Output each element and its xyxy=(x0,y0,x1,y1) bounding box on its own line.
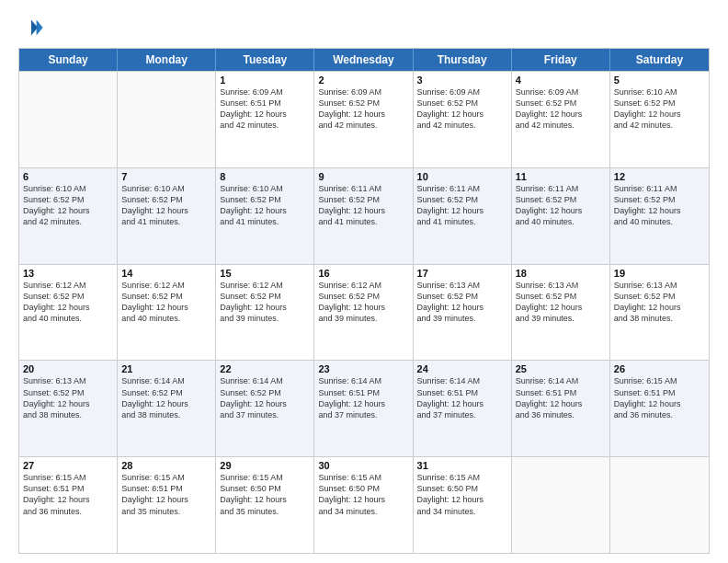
cell-info: Sunrise: 6:14 AM Sunset: 6:52 PM Dayligh… xyxy=(121,375,211,420)
cell-info: Sunrise: 6:09 AM Sunset: 6:52 PM Dayligh… xyxy=(318,86,408,132)
cal-cell: 25Sunrise: 6:14 AM Sunset: 6:51 PM Dayli… xyxy=(512,361,610,456)
cal-cell: 14Sunrise: 6:12 AM Sunset: 6:52 PM Dayli… xyxy=(118,265,216,361)
cal-cell: 27Sunrise: 6:15 AM Sunset: 6:51 PM Dayli… xyxy=(19,457,118,553)
cell-info: Sunrise: 6:13 AM Sunset: 6:52 PM Dayligh… xyxy=(516,280,606,325)
day-number: 6 xyxy=(23,171,113,182)
col-header-thursday: Thursday xyxy=(414,49,512,71)
cell-info: Sunrise: 6:12 AM Sunset: 6:52 PM Dayligh… xyxy=(318,280,408,325)
week-row-3: 13Sunrise: 6:12 AM Sunset: 6:52 PM Dayli… xyxy=(19,264,709,361)
cell-info: Sunrise: 6:15 AM Sunset: 6:50 PM Dayligh… xyxy=(417,472,507,517)
cell-info: Sunrise: 6:15 AM Sunset: 6:51 PM Dayligh… xyxy=(614,375,705,420)
cell-info: Sunrise: 6:15 AM Sunset: 6:51 PM Dayligh… xyxy=(121,472,211,517)
day-number: 29 xyxy=(220,460,310,471)
cell-info: Sunrise: 6:10 AM Sunset: 6:52 PM Dayligh… xyxy=(23,183,113,228)
cal-cell: 6Sunrise: 6:10 AM Sunset: 6:52 PM Daylig… xyxy=(19,168,118,264)
day-number: 25 xyxy=(516,363,606,374)
cal-cell: 16Sunrise: 6:12 AM Sunset: 6:52 PM Dayli… xyxy=(314,265,413,361)
cal-cell xyxy=(19,72,118,167)
cal-cell: 20Sunrise: 6:13 AM Sunset: 6:52 PM Dayli… xyxy=(19,361,118,456)
col-header-tuesday: Tuesday xyxy=(216,49,314,71)
cal-cell: 3Sunrise: 6:09 AM Sunset: 6:52 PM Daylig… xyxy=(414,72,512,167)
day-number: 20 xyxy=(23,363,113,374)
cell-info: Sunrise: 6:14 AM Sunset: 6:51 PM Dayligh… xyxy=(516,375,606,420)
logo xyxy=(18,15,48,40)
col-header-monday: Monday xyxy=(118,49,216,71)
cell-info: Sunrise: 6:13 AM Sunset: 6:52 PM Dayligh… xyxy=(614,280,705,325)
cell-info: Sunrise: 6:09 AM Sunset: 6:51 PM Dayligh… xyxy=(220,86,310,132)
day-number: 3 xyxy=(417,75,507,86)
week-row-5: 27Sunrise: 6:15 AM Sunset: 6:51 PM Dayli… xyxy=(19,456,709,553)
day-number: 19 xyxy=(614,268,705,279)
cal-cell: 11Sunrise: 6:11 AM Sunset: 6:52 PM Dayli… xyxy=(512,168,610,264)
cal-cell: 29Sunrise: 6:15 AM Sunset: 6:50 PM Dayli… xyxy=(216,457,314,553)
day-number: 2 xyxy=(318,75,408,86)
week-row-4: 20Sunrise: 6:13 AM Sunset: 6:52 PM Dayli… xyxy=(19,360,709,456)
col-header-saturday: Saturday xyxy=(610,49,709,71)
cal-cell: 9Sunrise: 6:11 AM Sunset: 6:52 PM Daylig… xyxy=(314,168,413,264)
cell-info: Sunrise: 6:10 AM Sunset: 6:52 PM Dayligh… xyxy=(121,183,211,228)
cal-cell: 31Sunrise: 6:15 AM Sunset: 6:50 PM Dayli… xyxy=(414,457,512,553)
day-number: 31 xyxy=(417,460,507,471)
cal-cell: 12Sunrise: 6:11 AM Sunset: 6:52 PM Dayli… xyxy=(610,168,709,264)
cal-cell: 26Sunrise: 6:15 AM Sunset: 6:51 PM Dayli… xyxy=(610,361,709,456)
cell-info: Sunrise: 6:13 AM Sunset: 6:52 PM Dayligh… xyxy=(23,375,113,420)
week-row-2: 6Sunrise: 6:10 AM Sunset: 6:52 PM Daylig… xyxy=(19,167,709,264)
cal-cell: 4Sunrise: 6:09 AM Sunset: 6:52 PM Daylig… xyxy=(512,72,610,167)
calendar-header-row: SundayMondayTuesdayWednesdayThursdayFrid… xyxy=(19,49,709,71)
day-number: 28 xyxy=(121,460,211,471)
cell-info: Sunrise: 6:14 AM Sunset: 6:51 PM Dayligh… xyxy=(318,375,408,420)
cal-cell: 19Sunrise: 6:13 AM Sunset: 6:52 PM Dayli… xyxy=(610,265,709,361)
cal-cell: 1Sunrise: 6:09 AM Sunset: 6:51 PM Daylig… xyxy=(216,72,314,167)
cal-cell: 10Sunrise: 6:11 AM Sunset: 6:52 PM Dayli… xyxy=(414,168,512,264)
cell-info: Sunrise: 6:11 AM Sunset: 6:52 PM Dayligh… xyxy=(417,183,507,228)
cal-cell: 17Sunrise: 6:13 AM Sunset: 6:52 PM Dayli… xyxy=(414,265,512,361)
cal-cell: 22Sunrise: 6:14 AM Sunset: 6:52 PM Dayli… xyxy=(216,361,314,456)
col-header-wednesday: Wednesday xyxy=(314,49,413,71)
cal-cell: 30Sunrise: 6:15 AM Sunset: 6:50 PM Dayli… xyxy=(314,457,413,553)
cal-cell: 5Sunrise: 6:10 AM Sunset: 6:52 PM Daylig… xyxy=(610,72,709,167)
calendar: SundayMondayTuesdayWednesdayThursdayFrid… xyxy=(18,48,710,554)
cell-info: Sunrise: 6:13 AM Sunset: 6:52 PM Dayligh… xyxy=(417,280,507,325)
cell-info: Sunrise: 6:14 AM Sunset: 6:52 PM Dayligh… xyxy=(220,375,310,420)
cal-cell xyxy=(118,72,216,167)
logo-icon xyxy=(18,15,44,40)
day-number: 1 xyxy=(220,75,310,86)
day-number: 11 xyxy=(516,171,606,182)
day-number: 7 xyxy=(121,171,211,182)
cell-info: Sunrise: 6:14 AM Sunset: 6:51 PM Dayligh… xyxy=(417,375,507,420)
cal-cell: 23Sunrise: 6:14 AM Sunset: 6:51 PM Dayli… xyxy=(314,361,413,456)
cal-cell: 21Sunrise: 6:14 AM Sunset: 6:52 PM Dayli… xyxy=(118,361,216,456)
day-number: 27 xyxy=(23,460,113,471)
day-number: 18 xyxy=(516,268,606,279)
cell-info: Sunrise: 6:11 AM Sunset: 6:52 PM Dayligh… xyxy=(614,183,705,228)
cal-cell: 13Sunrise: 6:12 AM Sunset: 6:52 PM Dayli… xyxy=(19,265,118,361)
cell-info: Sunrise: 6:11 AM Sunset: 6:52 PM Dayligh… xyxy=(516,183,606,228)
day-number: 10 xyxy=(417,171,507,182)
day-number: 5 xyxy=(614,75,705,86)
day-number: 26 xyxy=(614,363,705,374)
day-number: 21 xyxy=(121,363,211,374)
cal-cell: 18Sunrise: 6:13 AM Sunset: 6:52 PM Dayli… xyxy=(512,265,610,361)
cal-cell: 7Sunrise: 6:10 AM Sunset: 6:52 PM Daylig… xyxy=(118,168,216,264)
day-number: 14 xyxy=(121,268,211,279)
cell-info: Sunrise: 6:12 AM Sunset: 6:52 PM Dayligh… xyxy=(121,280,211,325)
calendar-body: 1Sunrise: 6:09 AM Sunset: 6:51 PM Daylig… xyxy=(19,71,709,553)
week-row-1: 1Sunrise: 6:09 AM Sunset: 6:51 PM Daylig… xyxy=(19,71,709,167)
cell-info: Sunrise: 6:10 AM Sunset: 6:52 PM Dayligh… xyxy=(614,86,705,132)
cell-info: Sunrise: 6:12 AM Sunset: 6:52 PM Dayligh… xyxy=(220,280,310,325)
cal-cell: 15Sunrise: 6:12 AM Sunset: 6:52 PM Dayli… xyxy=(216,265,314,361)
col-header-friday: Friday xyxy=(512,49,610,71)
day-number: 30 xyxy=(318,460,408,471)
page: SundayMondayTuesdayWednesdayThursdayFrid… xyxy=(0,0,728,563)
day-number: 16 xyxy=(318,268,408,279)
day-number: 15 xyxy=(220,268,310,279)
cal-cell xyxy=(512,457,610,553)
col-header-sunday: Sunday xyxy=(19,49,118,71)
cal-cell: 8Sunrise: 6:10 AM Sunset: 6:52 PM Daylig… xyxy=(216,168,314,264)
cal-cell: 2Sunrise: 6:09 AM Sunset: 6:52 PM Daylig… xyxy=(314,72,413,167)
cell-info: Sunrise: 6:10 AM Sunset: 6:52 PM Dayligh… xyxy=(220,183,310,228)
day-number: 12 xyxy=(614,171,705,182)
cal-cell xyxy=(610,457,709,553)
day-number: 4 xyxy=(516,75,606,86)
header xyxy=(18,15,710,40)
